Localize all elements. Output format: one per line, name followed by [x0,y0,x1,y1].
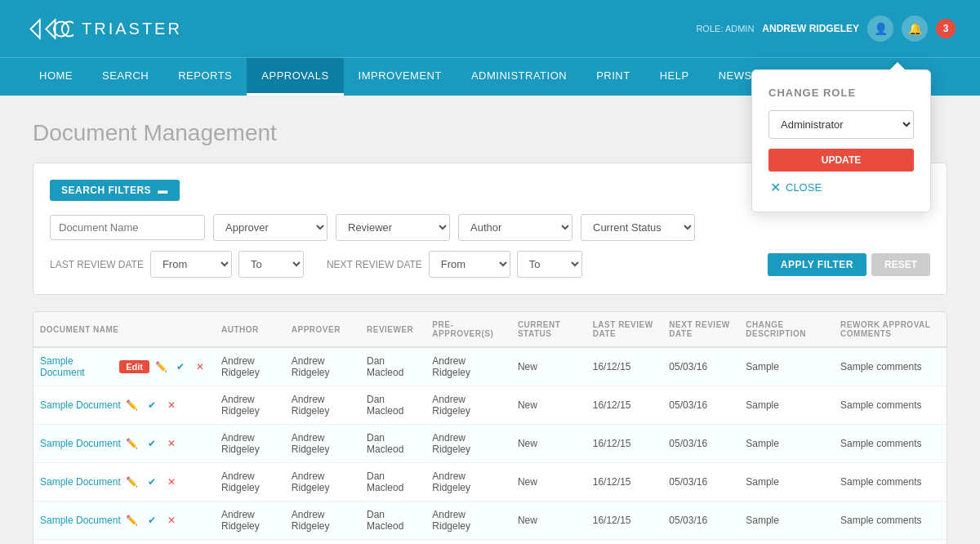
col-document-name: DOCUMENT NAME [33,312,215,347]
delete-icon[interactable]: ✕ [163,397,180,413]
next-review-from[interactable]: From [429,251,510,278]
approver-select[interactable]: Approver [213,214,327,241]
edit-icon[interactable]: ✏️ [124,474,140,490]
apply-filter-button[interactable]: APPLY FILTER [768,253,866,276]
table-row: Sample Document ✏️ ✔ ✕ Andrew RidgeleyAn… [33,502,947,540]
notification-badge[interactable]: 3 [936,19,956,38]
search-filters-toggle[interactable]: SEARCH FILTERS ▬ [50,180,180,201]
filter-toggle-icon: ▬ [158,185,168,196]
approver-cell: Andrew Ridgeley [285,425,360,463]
document-table-container: DOCUMENT NAME AUTHOR APPROVER REVIEWER P… [33,311,947,544]
col-next-review: NEXT REVIEW DATE [662,312,739,347]
popup-title: CHANGE ROLE [768,87,914,99]
approver-cell: Andrew Ridgeley [285,463,360,502]
delete-icon[interactable]: ✕ [163,512,180,528]
user-name[interactable]: ANDREW RIDGELEY [762,23,859,34]
table-row: Sample Document Edit ✏️ ✔ ✕ Andrew Ridge… [33,347,947,386]
approve-icon[interactable]: ✔ [144,474,160,490]
status-cell: New [511,386,586,425]
reviewer-select[interactable]: Reviewer [336,214,450,241]
comments-cell: Sample comments [834,425,947,463]
last-review-to[interactable]: To [238,251,304,278]
author-select[interactable]: Author [458,214,572,241]
nav-item-home[interactable]: HOME [24,58,87,96]
edit-icon[interactable]: ✏️ [124,512,140,528]
last-review-label: LAST REVIEW DATE [50,259,144,270]
action-icons: ✏️ ✔ ✕ [124,474,180,490]
next-review-to[interactable]: To [517,251,582,278]
approve-icon[interactable]: ✔ [144,512,160,528]
nav-item-improvement[interactable]: IMPROVEMENT [344,58,457,96]
table-row: Sample Document ✏️ ✔ ✕ Andrew RidgeleyAn… [33,425,947,463]
reviewer-cell: Dan Macleod [360,347,425,386]
current-status-select[interactable]: Current Status [581,214,695,241]
action-icons: ✏️ ✔ ✕ [153,359,208,375]
doc-name-link[interactable]: Sample Document [40,438,121,449]
svg-marker-0 [31,20,40,38]
change-desc-cell: Sample [739,425,834,463]
popup-update-button[interactable]: UPDATE [768,149,914,172]
edit-icon[interactable]: ✏️ [153,359,169,375]
next-review-cell: 05/03/16 [662,425,739,463]
comments-cell: Sample comments [834,463,947,502]
table-body: Sample Document Edit ✏️ ✔ ✕ Andrew Ridge… [33,347,947,544]
status-cell: New [511,463,586,502]
reset-filter-button[interactable]: RESET [871,253,930,276]
nav-item-reports[interactable]: REPORTS [163,58,247,96]
delete-icon[interactable]: ✕ [163,474,180,490]
edit-icon[interactable]: ✏️ [124,435,140,452]
doc-name-link[interactable]: Sample Document [40,515,121,526]
filter-actions: APPLY FILTER RESET [768,253,930,276]
reviewer-cell: Dan Macleod [360,502,425,540]
close-x-icon: ✕ [770,180,781,195]
role-select[interactable]: Administrator Author Approver Reviewer [768,110,914,139]
doc-name-cell: Sample Document ✏️ ✔ ✕ [33,540,215,545]
approver-cell: Andrew Ridgeley [285,502,360,540]
approver-cell: Andrew Ridgeley [285,540,360,545]
delete-icon[interactable]: ✕ [192,359,208,375]
pre-approvers-cell: Andrew Ridgeley [425,347,511,386]
nav-item-approvals[interactable]: APPROVALS [247,58,343,96]
action-icons: ✏️ ✔ ✕ [124,397,180,413]
nav-item-search[interactable]: SEARCH [87,58,163,96]
doc-name-cell: Sample Document ✏️ ✔ ✕ [33,386,215,425]
nav-item-print[interactable]: PRINT [581,58,645,96]
svg-point-3 [62,21,74,36]
doc-name-cell: Sample Document Edit ✏️ ✔ ✕ [33,347,215,386]
document-name-input[interactable] [50,215,205,240]
user-avatar[interactable]: 👤 [867,16,893,42]
header-right: ROLE: ADMIN ANDREW RIDGELEY 👤 🔔 3 [696,16,956,42]
next-review-cell: 05/03/16 [662,347,739,386]
edit-badge: Edit [119,360,149,373]
col-pre-approvers: PRE-APPROVER(S) [425,312,511,347]
change-desc-cell: Sample [739,463,834,502]
approve-icon[interactable]: ✔ [144,435,160,452]
bell-icon[interactable]: 🔔 [902,16,928,42]
change-desc-cell: Sample [739,540,834,545]
pre-approvers-cell: Andrew Ridgeley [425,540,511,545]
last-review-from[interactable]: From [150,251,232,278]
doc-name-link[interactable]: Sample Document [40,355,116,378]
nav-item-administration[interactable]: ADMINISTRATION [457,58,581,96]
change-desc-cell: Sample [739,347,834,386]
edit-icon[interactable]: ✏️ [124,397,140,413]
approve-icon[interactable]: ✔ [144,397,160,413]
status-cell: New [511,425,586,463]
nav-item-help[interactable]: HELP [645,58,704,96]
popup-close-button[interactable]: ✕ CLOSE [768,180,914,195]
approve-icon[interactable]: ✔ [172,359,189,375]
doc-name-cell: Sample Document ✏️ ✔ ✕ [33,463,215,502]
author-cell: Andrew Ridgeley [215,386,285,425]
popup-close-label: CLOSE [786,181,822,194]
table-row: Sample Document ✏️ ✔ ✕ Andrew RidgeleyAn… [33,540,947,545]
pre-approvers-cell: Andrew Ridgeley [425,463,511,502]
doc-name-link[interactable]: Sample Document [40,476,121,488]
last-review-cell: 16/12/15 [586,463,663,502]
delete-icon[interactable]: ✕ [163,435,180,452]
doc-name-cell: Sample Document ✏️ ✔ ✕ [33,425,215,463]
reviewer-cell: Dan Macleod [360,540,425,545]
last-review-cell: 16/12/15 [586,347,663,386]
header: TRIASTER ROLE: ADMIN ANDREW RIDGELEY 👤 🔔… [0,0,980,57]
table-row: Sample Document ✏️ ✔ ✕ Andrew RidgeleyAn… [33,386,947,425]
doc-name-link[interactable]: Sample Document [40,399,121,411]
